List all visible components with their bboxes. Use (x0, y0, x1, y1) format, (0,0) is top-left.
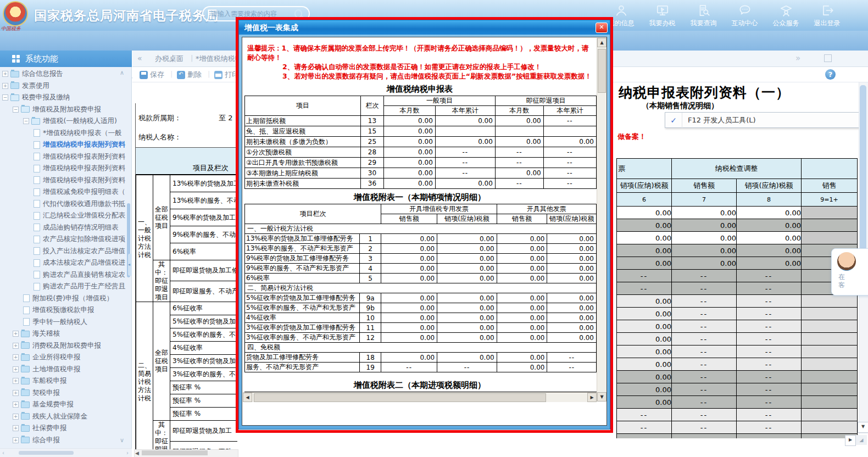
customer-service-widget[interactable]: 在客 (831, 248, 868, 296)
value-input-cell[interactable]: 0.00 (435, 179, 495, 189)
value-input-cell[interactable]: 0.00 (437, 264, 497, 274)
nav-item-doc-search[interactable]: 我要查询 (683, 0, 724, 31)
dialog-hscrollbar-thumb[interactable] (254, 393, 546, 402)
expand-plus-icon[interactable]: + (13, 425, 19, 431)
sidebar-item[interactable]: 增值税纳税申报表附列资料 (0, 139, 125, 151)
value-input-cell[interactable]: 0.00 (384, 116, 435, 126)
expand-plus-icon[interactable]: + (13, 414, 19, 420)
sidebar-item[interactable]: −增值税(一般纳税人适用) (0, 115, 125, 127)
sidebar-item[interactable]: 增值税纳税申报表附列资料 (0, 175, 125, 187)
value-input-cell[interactable]: 0.00 (547, 244, 597, 254)
value-input-cell[interactable]: 0.00 (381, 323, 437, 333)
value-input-cell[interactable]: 0.00 (497, 264, 547, 274)
dialog-scroll-down-icon[interactable]: ▼ (597, 392, 607, 402)
form-hscroll-left-icon[interactable]: ◀ (135, 450, 139, 456)
value-input-cell[interactable]: 0.00 (381, 303, 437, 313)
sidebar-item[interactable]: 成本法核定农产品增值税进 (0, 257, 125, 269)
sidebar-item[interactable]: 增值税预缴税款申报 (0, 304, 125, 316)
value-input-cell[interactable]: 0.00 (381, 313, 437, 323)
value-input-cell[interactable]: 0.00 (497, 293, 547, 303)
value-input-cell[interactable]: 0.00 (381, 254, 437, 264)
value-input-cell[interactable]: 0.00 (497, 234, 547, 244)
value-input-cell[interactable]: 0.00 (384, 147, 435, 158)
value-input-cell[interactable]: 0.00 (384, 137, 435, 147)
sidebar-item[interactable]: 季中转一般纳税人 (0, 316, 125, 328)
page-scroll-down-icon[interactable]: ▼ (858, 422, 868, 433)
collapse-minus-icon[interactable]: − (13, 107, 19, 113)
value-input-cell[interactable]: 0.00 (435, 137, 495, 147)
sidebar-item[interactable]: 农产品核定扣除增值税进项 (0, 233, 125, 246)
value-input-cell[interactable]: 0.00 (497, 353, 547, 363)
value-input-cell[interactable]: 0.00 (495, 168, 543, 179)
value-input-cell[interactable]: 0.00 (437, 274, 497, 283)
value-input-cell[interactable]: 0.00 (497, 274, 547, 283)
search-input[interactable] (210, 9, 294, 18)
expand-plus-icon[interactable]: + (13, 331, 19, 337)
sidebar-item[interactable]: +残疾人就业保障金 (0, 411, 125, 423)
sidebar-item[interactable]: 购进农产品直接销售核定农 (0, 269, 125, 281)
context-menu-devtools-item[interactable]: ✓ F12 开发人员工具(L) (665, 112, 868, 128)
sidebar-scroll-up-icon[interactable]: ∧ (120, 69, 124, 76)
value-input-cell[interactable]: 0.00 (435, 116, 495, 126)
value-input-cell[interactable]: 0.00 (437, 254, 497, 264)
dialog-vscrollbar[interactable]: ▲ ▼ (597, 38, 607, 402)
dialog-vscrollbar-thumb[interactable] (598, 49, 606, 93)
sidebar-item[interactable]: 成品油购销存情况明细表 (0, 222, 125, 234)
value-input-cell[interactable]: 0.00 (437, 353, 497, 363)
sidebar-header-system-functions[interactable]: 系统功能 (0, 51, 132, 67)
value-input-cell[interactable]: 0.00 (497, 333, 547, 343)
sidebar-item[interactable]: −增值税及附加税费申报 (0, 104, 125, 116)
value-input-cell[interactable]: 0.00 (547, 234, 597, 244)
value-input-cell[interactable]: 0.00 (437, 323, 497, 333)
print-preview-button[interactable]: 打印预览 (214, 70, 237, 80)
search-icon[interactable] (294, 9, 302, 18)
maximize-icon[interactable] (824, 54, 832, 62)
value-input-cell[interactable]: 0.00 (497, 303, 547, 313)
expand-plus-icon[interactable]: + (13, 390, 19, 396)
page-scroll-right-icon[interactable]: ▶ (845, 435, 856, 446)
value-input-cell[interactable]: 0.00 (497, 244, 547, 254)
sidebar-item[interactable]: +综合信息报告 (0, 68, 125, 80)
help-icon[interactable]: ? (825, 69, 836, 80)
dialog-scroll-right-icon[interactable]: ▶ (587, 393, 597, 402)
expand-plus-icon[interactable]: + (13, 402, 19, 408)
expand-plus-icon[interactable]: + (13, 366, 19, 372)
value-input-cell[interactable]: 0.00 (547, 333, 597, 343)
value-input-cell[interactable]: 0.00 (384, 158, 435, 168)
value-input-cell[interactable]: 0.00 (495, 116, 543, 126)
page-vscrollbar-thumb[interactable] (860, 85, 866, 250)
tab-desktop[interactable]: 办税桌面 (155, 54, 183, 64)
sidebar-item[interactable]: +海关稽核 (0, 328, 125, 340)
value-input-cell[interactable]: 0.00 (384, 179, 435, 189)
sidebar-item[interactable]: −税费申报及缴纳 (0, 92, 125, 104)
value-input-cell[interactable]: 0.00 (381, 333, 437, 343)
sidebar-item[interactable]: 汇总纳税企业增值税分配表 (0, 210, 125, 222)
value-input-cell[interactable]: 0.00 (437, 234, 497, 244)
value-input-cell[interactable]: 0.00 (547, 323, 597, 333)
sidebar-hscroll-left-icon[interactable]: ‹ (2, 450, 4, 456)
sidebar-scroll-down-icon[interactable]: ∨ (120, 437, 124, 444)
value-input-cell[interactable]: 0.00 (547, 254, 597, 264)
collapse-minus-icon[interactable]: − (2, 94, 8, 101)
form-hscrollbar-thumb[interactable] (142, 450, 208, 455)
value-input-cell[interactable]: 0.00 (437, 293, 497, 303)
delete-button[interactable]: 删除 (177, 70, 202, 80)
value-input-cell[interactable]: 0.00 (547, 293, 597, 303)
sidebar-item[interactable]: +土地增值税申报 (0, 364, 125, 376)
sidebar-item[interactable]: 增值税纳税申报表附列资料 (0, 151, 125, 163)
expand-plus-icon[interactable]: + (2, 71, 8, 77)
expand-plus-icon[interactable]: + (13, 343, 19, 349)
value-input-cell[interactable]: 0.00 (547, 313, 597, 323)
search-box[interactable] (202, 6, 310, 21)
value-input-cell[interactable]: 0.00 (547, 274, 597, 283)
sidebar-item[interactable]: +企业所得税申报 (0, 352, 125, 364)
sidebar-item[interactable]: 增值税纳税申报表附列资料 (0, 163, 125, 175)
expand-plus-icon[interactable]: + (13, 437, 19, 443)
tab-overflow-button[interactable]: » (795, 53, 799, 63)
dialog-hscrollbar[interactable]: ◀ ▶ (243, 392, 597, 402)
sidebar-item[interactable]: *增值税纳税申报表（一般 (0, 127, 125, 140)
sidebar-hscroll-right-icon[interactable]: › (126, 450, 129, 456)
value-input-cell[interactable]: 0.00 (384, 168, 435, 179)
value-input-cell[interactable]: 0.00 (381, 274, 437, 283)
sidebar-item[interactable]: 附加税(费)申报（增值税） (0, 293, 125, 305)
